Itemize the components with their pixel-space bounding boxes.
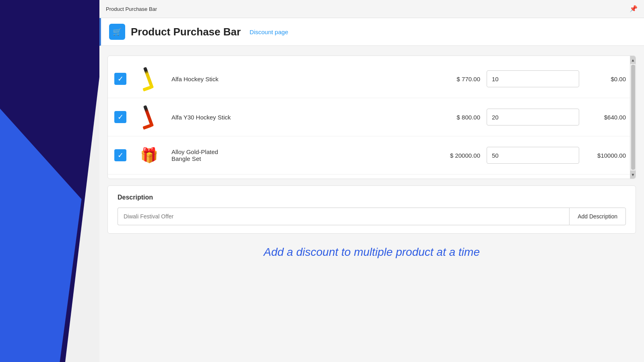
hockey-stick-yellow-icon <box>135 66 163 92</box>
app-header: Product Purchase Bar Discount page <box>99 18 644 46</box>
gold-items-icon: 🎁 <box>140 147 158 164</box>
card-scrollbar: ▲ ▼ <box>630 56 636 179</box>
scrollbar-down-button[interactable]: ▼ <box>630 171 636 179</box>
product-total-1: $0.00 <box>586 76 626 82</box>
title-bar: Product Purchase Bar 📌 <box>99 0 644 18</box>
quantity-input-2[interactable] <box>487 109 579 125</box>
scrollbar-thumb[interactable] <box>631 65 635 170</box>
pin-icon: 📌 <box>630 5 638 12</box>
hockey-stick-red-icon <box>135 104 163 130</box>
description-input-row: Add Description <box>118 208 626 225</box>
add-description-button[interactable]: Add Description <box>569 208 626 225</box>
product-price-3: $ 20000.00 <box>436 152 480 159</box>
content-area: ✓ Alfa Hockey Stick $ 770.00 $0.00 ✓ Alf… <box>99 46 644 362</box>
product-image-3: 🎁 <box>133 141 165 169</box>
product-image-1 <box>133 65 165 93</box>
table-row: ✓ 🎁 Alloy Gold-PlatedBangle Set $ 20000.… <box>108 136 636 175</box>
title-bar-text: Product Purchase Bar <box>106 6 157 12</box>
main-content: Product Purchase Bar 📌 Product Purchase … <box>99 0 644 362</box>
description-section-title: Description <box>118 194 626 201</box>
discount-page-link[interactable]: Discount page <box>250 29 288 35</box>
products-card: ✓ Alfa Hockey Stick $ 770.00 $0.00 ✓ Alf… <box>107 56 636 179</box>
app-title: Product Purchase Bar <box>131 26 241 38</box>
description-card: Description Add Description <box>107 185 636 234</box>
checkbox-product-1[interactable]: ✓ <box>114 73 126 85</box>
quantity-input-1[interactable] <box>487 70 579 87</box>
product-price-2: $ 800.00 <box>436 114 480 121</box>
product-total-3: $10000.00 <box>586 152 626 159</box>
tagline: Add a discount to multiple product at a … <box>107 242 636 263</box>
product-price-1: $ 770.00 <box>436 76 480 82</box>
app-icon <box>109 24 125 40</box>
checkbox-product-3[interactable]: ✓ <box>114 149 126 161</box>
scrollbar-up-button[interactable]: ▲ <box>630 56 636 64</box>
product-image-2 <box>133 103 165 131</box>
quantity-input-3[interactable] <box>487 147 579 164</box>
product-total-2: $640.00 <box>586 114 626 121</box>
product-name-1: Alfa Hockey Stick <box>171 76 429 82</box>
description-input[interactable] <box>118 208 569 225</box>
product-name-2: Alfa Y30 Hockey Stick <box>171 114 429 121</box>
product-name-3: Alloy Gold-PlatedBangle Set <box>171 148 429 162</box>
table-row: ✓ Alfa Y30 Hockey Stick $ 800.00 $640.00 <box>108 98 636 136</box>
checkbox-product-2[interactable]: ✓ <box>114 111 126 123</box>
table-row: ✓ Alfa Hockey Stick $ 770.00 $0.00 <box>108 60 636 98</box>
